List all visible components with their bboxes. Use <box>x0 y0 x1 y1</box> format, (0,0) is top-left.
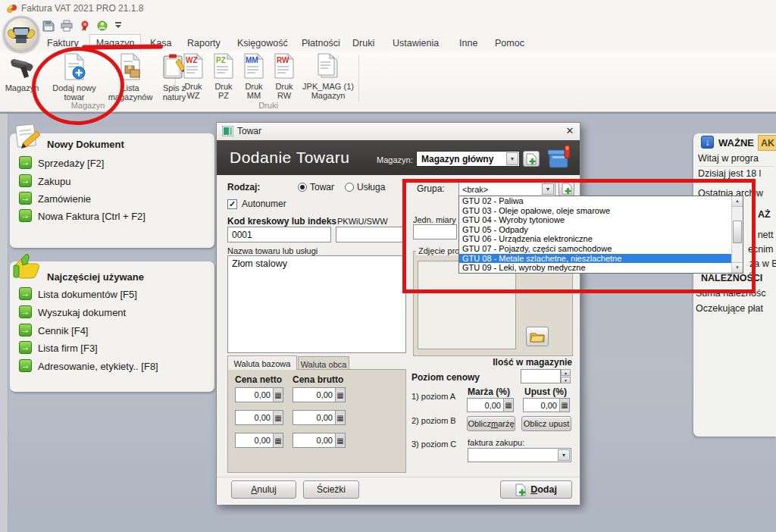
cena-netto-input-1[interactable]: 0,00▦ <box>235 387 283 402</box>
radio-towar[interactable] <box>298 183 307 192</box>
cena-brutto-value-3: 0,00 <box>293 436 335 445</box>
customize-toolbar-button[interactable] <box>115 22 123 28</box>
tab-magazyn[interactable]: Magazyn <box>89 34 141 52</box>
cena-brutto-input-3[interactable]: 0,00▦ <box>293 433 346 448</box>
group-list-item[interactable]: GTU 06 - Urządzenia elektroniczne <box>459 234 731 244</box>
scroll-up-icon[interactable]: ▲ <box>732 196 743 207</box>
chevron-down-icon[interactable]: ▼ <box>558 449 570 461</box>
ribbon-druk-wz-button[interactable]: WZ Druk WZ <box>179 53 208 103</box>
license-badge-button[interactable] <box>79 20 91 35</box>
save-button[interactable] <box>42 20 55 35</box>
left-edge-strip <box>0 114 8 532</box>
kod-kreskowy-input[interactable]: 0001 <box>227 227 331 243</box>
group-list-item[interactable]: GTU 05 - Odpady <box>459 225 731 235</box>
group-list-item[interactable]: GTU 04 - Wyroby tytoniowe <box>459 215 731 225</box>
group-list-item[interactable]: GTU 03 - Oleje opałowe, oleje smarowe <box>459 206 731 216</box>
calculator-icon[interactable]: ▦ <box>335 388 345 402</box>
group-list-item[interactable]: GTU 02 - Paliwa <box>459 196 731 206</box>
sidebar-item-lista-dokumentow[interactable]: Lista dokumentów [F5] <box>38 289 137 300</box>
calculator-icon[interactable]: ▦ <box>559 399 569 412</box>
group-list-item[interactable]: GTU 09 - Leki, wyroby medyczne <box>459 263 731 273</box>
add-grupa-button[interactable] <box>559 181 574 196</box>
product-photo-placeholder[interactable] <box>418 261 516 349</box>
ilosc-spin-down[interactable]: ▼ <box>561 377 571 383</box>
dialog-close-button[interactable]: ✕ <box>562 124 577 139</box>
jedn-miary-input[interactable] <box>413 224 457 239</box>
tab-inne[interactable]: Inne <box>459 38 477 49</box>
calculator-icon[interactable]: ▦ <box>273 433 283 447</box>
app-logo-button[interactable] <box>3 16 39 52</box>
tab-waluta-obca[interactable]: Waluta obca <box>298 356 349 370</box>
arrow-icon: → <box>19 305 32 318</box>
application-window: Faktura VAT 2021 PRO 21.1.8 <box>0 0 776 532</box>
ribbon-dodaj-nowy-towar-button[interactable]: Dodaj nowy towar <box>44 53 105 103</box>
tab-platnosci[interactable]: Płatności <box>302 38 340 49</box>
calculator-icon[interactable]: ▦ <box>335 411 345 424</box>
group-list-item[interactable]: GTU 07 - Pojazdy, części samochodowe <box>459 244 731 254</box>
scrollbar-thumb[interactable] <box>733 221 742 243</box>
group-list-item-selected[interactable]: GTU 08 - Metale szlachetne, nieszlachetn… <box>459 254 731 264</box>
grupa-combobox[interactable]: <brak> ▼ <box>458 182 555 196</box>
ribbon-druk-pz-button[interactable]: PZ Druk PZ <box>209 53 238 103</box>
sidebar-item-adresowanie[interactable]: Adresowanie, etykiety.. [F8] <box>38 361 158 372</box>
ribbon-druk-mm-button[interactable]: MM Druk MM <box>239 53 268 103</box>
sciezki-button[interactable]: Ścieżki <box>303 480 359 499</box>
print-button[interactable] <box>61 20 73 35</box>
anuluj-button[interactable]: Anuluj <box>231 480 296 499</box>
cena-brutto-input-2[interactable]: 0,00▦ <box>293 410 346 425</box>
ribbon-druk-rw-button[interactable]: RW Druk RW <box>270 53 299 103</box>
sidebar-item-nowa-faktura[interactable]: Nowa Faktura [Ctrl + F2] <box>38 211 146 222</box>
dodaj-button[interactable]: Dodaj <box>500 480 572 499</box>
cena-netto-input-3[interactable]: 0,00▦ <box>235 433 283 448</box>
tab-druki[interactable]: Druki <box>352 38 374 49</box>
calculator-icon[interactable]: ▦ <box>503 399 513 412</box>
autonumer-checkbox[interactable]: ✓ <box>227 199 237 209</box>
magazyn-combobox[interactable]: Magazyn główny ▼ <box>416 151 520 167</box>
tab-waluta-bazowa[interactable]: Waluta bazowa <box>227 355 297 370</box>
marza-input[interactable]: 0,00▦ <box>467 398 514 412</box>
ribbon-jpk-mag-button[interactable]: JPK_MAG (1) Magazyn <box>300 53 356 103</box>
scroll-down-icon[interactable]: ▼ <box>732 262 743 273</box>
magazyn-combobox-value: Magazyn główny <box>417 154 506 164</box>
sidebar-item-zamowienie[interactable]: Zamówienie <box>38 193 91 205</box>
tab-aktualnosci[interactable]: AK <box>758 135 776 151</box>
tab-raporty[interactable]: Raporty <box>187 38 221 49</box>
tab-ustawienia[interactable]: Ustawienia <box>393 38 439 49</box>
radio-usluga[interactable] <box>345 183 354 192</box>
sidebar-item-wyszukaj-dokument[interactable]: Wyszukaj dokument <box>38 307 126 318</box>
add-magazyn-button[interactable] <box>523 151 540 167</box>
cena-netto-input-2[interactable]: 0,00▦ <box>235 410 283 425</box>
arrow-icon: → <box>19 359 32 372</box>
tab-pomoc[interactable]: Pomoc <box>495 38 524 49</box>
assistant-button[interactable] <box>96 20 108 35</box>
ilosc-input[interactable] <box>521 369 561 383</box>
sidebar-item-lista-firm[interactable]: Lista firm [F3] <box>38 343 98 354</box>
ilosc-spin-up[interactable]: ▲ <box>561 369 571 376</box>
dropdown-scrollbar[interactable]: ▲ ▼ <box>731 196 743 273</box>
oblicz-marze-button[interactable]: Oblicz marżę <box>467 416 515 431</box>
tab-ksiegowosc[interactable]: Księgowość <box>237 38 288 49</box>
tab-faktury[interactable]: Faktury <box>47 38 79 49</box>
calculator-icon[interactable]: ▦ <box>335 433 345 447</box>
cena-brutto-input-1[interactable]: 0,00▦ <box>293 387 346 402</box>
calculator-icon[interactable]: ▦ <box>273 411 283 424</box>
faktura-zakupu-combobox[interactable]: ▼ <box>468 448 571 462</box>
browse-photo-button[interactable] <box>526 327 549 346</box>
sidebar-item-zakupu[interactable]: Zakupu <box>38 176 70 187</box>
calculator-icon[interactable]: ▦ <box>273 388 283 402</box>
date-line: Dzisiaj jest 18 l <box>698 168 761 179</box>
kod-kreskowy-value: 0001 <box>228 230 252 240</box>
chevron-down-icon[interactable]: ▼ <box>506 152 518 165</box>
ribbon-magazyn-button[interactable]: Magazyn <box>2 53 42 103</box>
tab-wazne[interactable]: WAŻNE <box>718 137 754 149</box>
sidebar-item-cennik[interactable]: Cennik [F4] <box>38 325 88 336</box>
ribbon-lista-magazynow-button[interactable]: Lista magazynów <box>106 53 155 103</box>
pkwiu-input[interactable] <box>336 227 405 243</box>
radio-usluga-label: Usługa <box>357 182 385 192</box>
upust-input[interactable]: 0,00▦ <box>523 398 570 412</box>
chevron-down-icon[interactable]: ▼ <box>542 183 554 195</box>
sidebar-item-sprzedazy[interactable]: Sprzedaży [F2] <box>38 158 104 169</box>
nazwa-textarea[interactable]: Złom stalowy <box>227 255 406 353</box>
oblicz-upust-button[interactable]: Oblicz upust <box>521 416 571 431</box>
tab-kasa[interactable]: Kasa <box>150 38 172 49</box>
